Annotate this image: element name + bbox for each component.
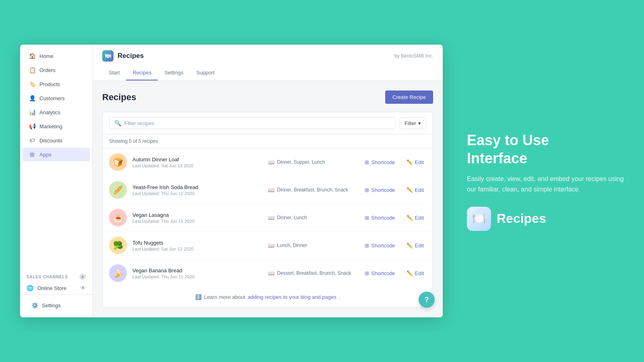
shortcode-button[interactable]: ⊞ Shortcode: [362, 213, 397, 222]
recipe-thumbnail: 🍞: [109, 153, 127, 171]
tab-support[interactable]: Support: [190, 66, 221, 80]
recipes-brand: 🍽️ Recipes: [467, 207, 624, 231]
sidebar-item-marketing[interactable]: 📢 Marketing: [23, 119, 90, 133]
sidebar-item-discounts-label: Discounts: [39, 138, 62, 144]
recipe-actions: ⊞ Shortcode ✏️ Edit: [362, 158, 426, 167]
products-icon: 🏷️: [29, 81, 35, 87]
sidebar-bottom: ⚙️ Settings: [20, 294, 92, 317]
recipe-actions: ⊞ Shortcode ✏️ Edit: [362, 241, 426, 250]
sidebar-item-analytics[interactable]: 📊 Analytics: [23, 105, 90, 119]
shortcode-button[interactable]: ⊞ Shortcode: [362, 269, 397, 278]
sidebar-item-settings[interactable]: ⚙️ Settings: [25, 298, 87, 312]
chevron-down-icon: ▾: [418, 120, 421, 126]
recipe-row: 🥖 Yeast-Free Irish Soda Bread Last Updat…: [103, 176, 433, 204]
sidebar-item-products-label: Products: [39, 81, 60, 87]
info-icon: ℹ️: [195, 294, 202, 300]
recipe-thumbnail: 🥦: [109, 237, 127, 254]
recipe-updated: Last Updated: Sat Jun 13 2020: [132, 247, 262, 251]
sidebar-item-marketing-label: Marketing: [39, 123, 62, 130]
recipe-updated: Last Updated: Thu Jun 11 2020: [132, 274, 262, 279]
edit-button[interactable]: ✏️ Edit: [404, 213, 426, 222]
shortcode-icon: ⊞: [365, 243, 369, 249]
sales-channels-section: SALES CHANNELS +: [20, 269, 92, 282]
recipe-info: Vegan Lasagna Last Updated: Thu Jun 11 2…: [132, 212, 262, 224]
sidebar-item-customers[interactable]: 👤 Customers: [23, 91, 90, 105]
sidebar-item-discounts[interactable]: 🏷 Discounts: [23, 134, 90, 147]
recipe-row: 🥦 Tofu Nuggets Last Updated: Sat Jun 13 …: [103, 232, 433, 259]
sidebar-item-online-store[interactable]: 🌐 Online Store 👁: [20, 282, 92, 294]
filter-label: Filter: [405, 120, 416, 126]
sidebar-item-settings-label: Settings: [42, 302, 61, 309]
shortcode-icon: ⊞: [365, 187, 369, 193]
recipe-name: Tofu Nuggets: [132, 240, 262, 246]
edit-button[interactable]: ✏️ Edit: [404, 158, 426, 167]
shortcode-button[interactable]: ⊞ Shortcode: [362, 185, 397, 195]
sales-channels-label: SALES CHANNELS: [27, 275, 68, 279]
right-panel-heading-line1: Easy to Use: [467, 132, 549, 148]
page-header: Recipes Create Recipe: [102, 90, 433, 104]
tab-recipes[interactable]: Recipes: [126, 66, 158, 80]
recipe-info: Yeast-Free Irish Soda Bread Last Updated…: [132, 184, 262, 196]
add-sales-channel-button[interactable]: +: [79, 274, 86, 280]
recipe-updated: Last Updated: Thu Jun 11 2020: [132, 219, 262, 224]
edit-button[interactable]: ✏️ Edit: [404, 269, 426, 278]
sidebar-nav: 🏠 Home 📋 Orders 🏷️ Products 👤 Customers …: [20, 49, 92, 269]
recipe-info: Tofu Nuggets Last Updated: Sat Jun 13 20…: [132, 240, 262, 251]
online-store-label: Online Store: [37, 285, 66, 291]
search-input[interactable]: [124, 120, 390, 126]
right-panel-heading-line2: Interface: [467, 150, 527, 167]
create-recipe-button[interactable]: Create Recipe: [385, 90, 433, 104]
tags-icon: 📖: [268, 270, 275, 276]
recipe-tag-list: Dinner, Supper, Lunch: [277, 159, 325, 165]
recipe-row: 🍞 Autumn Dinner Loaf Last Updated: Sat J…: [103, 148, 433, 176]
sidebar-item-analytics-label: Analytics: [39, 109, 60, 115]
sidebar-item-home[interactable]: 🏠 Home: [23, 49, 90, 63]
recipe-info: Vegan Banana Bread Last Updated: Thu Jun…: [132, 267, 262, 279]
search-box: 🔍: [109, 117, 395, 129]
sidebar-item-apps[interactable]: ⊞ Apps: [23, 148, 90, 161]
recipe-row: 🍌 Vegan Banana Bread Last Updated: Thu J…: [103, 259, 433, 287]
recipes-panel: 🔍 Filter ▾ Showing 5 of 5 recipes 🍞 Aut: [102, 112, 433, 308]
recipe-tag-list: Dinner, Breakfast, Brunch, Snack: [277, 187, 348, 193]
right-panel-heading: Easy to Use Interface: [467, 131, 624, 167]
recipes-brand-icon: 🍽️: [467, 207, 491, 231]
orders-icon: 📋: [29, 67, 35, 73]
footer-info: ℹ️ Learn more about adding recipes to yo…: [103, 287, 433, 307]
right-panel: Easy to Use Interface Easily create, vie…: [459, 131, 624, 230]
app-header: 🍽 Recipes by BentoSMB Inc. Start Recipes…: [93, 45, 443, 81]
footer-text: Learn more about: [204, 294, 246, 300]
tags-icon: 📖: [268, 159, 275, 165]
search-icon: 🔍: [114, 120, 121, 126]
sidebar-item-orders[interactable]: 📋 Orders: [23, 63, 90, 77]
recipe-thumbnail: 🍝: [109, 209, 127, 226]
sidebar-item-products[interactable]: 🏷️ Products: [23, 77, 90, 91]
edit-icon: ✏️: [407, 270, 413, 276]
footer-link[interactable]: adding recipes to your blog and pages: [248, 294, 336, 300]
app-by-text: by BentoSMB Inc.: [394, 53, 433, 59]
edit-button[interactable]: ✏️ Edit: [404, 241, 426, 250]
tab-start[interactable]: Start: [102, 66, 126, 80]
recipe-info: Autumn Dinner Loaf Last Updated: Sat Jun…: [132, 156, 262, 168]
sidebar-item-apps-label: Apps: [39, 152, 52, 158]
recipe-tags: 📖 Lunch, Dinner: [268, 243, 357, 249]
help-button[interactable]: ?: [419, 292, 435, 308]
page-title: Recipes: [102, 92, 136, 103]
recipe-name: Vegan Lasagna: [132, 212, 262, 218]
shortcode-button[interactable]: ⊞ Shortcode: [362, 158, 397, 167]
shortcode-button[interactable]: ⊞ Shortcode: [362, 241, 397, 250]
recipe-tags: 📖 Dinner, Lunch: [268, 215, 357, 221]
shortcode-icon: ⊞: [365, 215, 369, 221]
eye-icon[interactable]: 👁: [80, 285, 86, 291]
showing-count: Showing 5 of 5 recipes: [103, 134, 433, 148]
recipe-actions: ⊞ Shortcode ✏️ Edit: [362, 213, 426, 222]
settings-icon: ⚙️: [31, 302, 38, 309]
edit-icon: ✏️: [407, 215, 413, 221]
app-tabs: Start Recipes Settings Support: [102, 66, 433, 80]
edit-button[interactable]: ✏️ Edit: [404, 185, 426, 195]
sidebar-item-orders-label: Orders: [39, 67, 56, 73]
recipe-tags: 📖 Dessert, Breakfast, Brunch, Snack: [268, 270, 357, 276]
filter-button[interactable]: Filter ▾: [399, 117, 426, 129]
edit-icon: ✏️: [407, 159, 413, 165]
tab-settings[interactable]: Settings: [158, 66, 190, 80]
recipe-thumbnail: 🍌: [109, 264, 127, 282]
